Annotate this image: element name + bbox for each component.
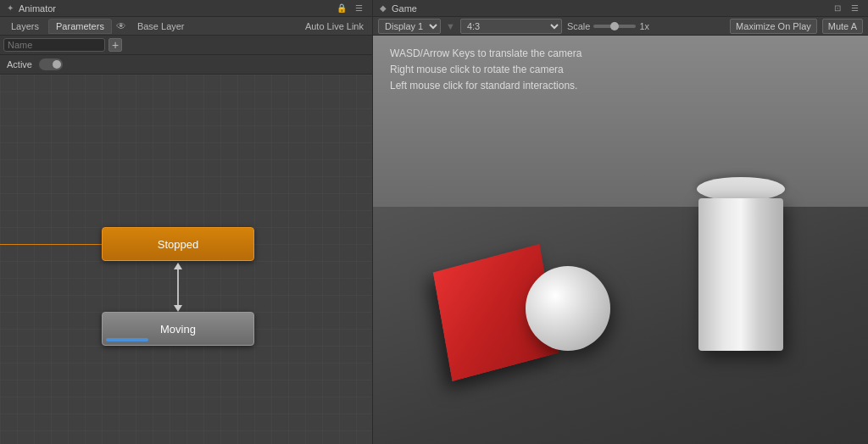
animator-title: Animator <box>19 3 56 14</box>
scale-value: 1x <box>639 21 649 31</box>
animator-icon: ✦ <box>7 3 14 13</box>
tab-layers[interactable]: Layers <box>3 19 47 34</box>
scale-control: Scale 1x <box>567 21 649 31</box>
help-text-overlay: WASD/Arrow Keys to translate the camera … <box>390 46 581 95</box>
game-panel: ◆ Game ⊡ ☰ Display 1 ▼ 4:3 16:9 16:10 Fr… <box>373 0 868 444</box>
display-select[interactable]: Display 1 <box>378 19 441 34</box>
stopped-label: Stopped <box>158 238 198 251</box>
game-header: ◆ Game ⊡ ☰ <box>373 0 868 17</box>
display-arrow: ▼ <box>446 21 455 31</box>
animator-graph[interactable]: Stopped Moving <box>0 75 372 444</box>
game-maximize-btn[interactable]: ⊡ <box>831 2 844 15</box>
game-menu-btn[interactable]: ☰ <box>848 2 861 15</box>
search-bar: + <box>0 36 372 55</box>
help-line-3: Left mouse click for standard interactio… <box>390 78 581 94</box>
maximize-on-play-btn[interactable]: Maximize On Play <box>730 19 817 34</box>
mute-label: Mute A <box>828 21 857 31</box>
eye-icon[interactable]: 👁 <box>114 19 129 34</box>
state-node-moving[interactable]: Moving <box>102 312 254 346</box>
tab-parameters[interactable]: Parameters <box>48 19 112 34</box>
help-line-2: Right mouse click to rotate the camera <box>390 62 581 78</box>
search-input[interactable] <box>3 38 105 52</box>
arrow-up <box>174 263 182 269</box>
scale-label: Scale <box>567 21 591 31</box>
animator-menu-btn[interactable]: ☰ <box>352 2 365 15</box>
state-node-stopped[interactable]: Stopped <box>102 227 254 261</box>
scale-slider[interactable] <box>593 25 636 28</box>
game-title: Game <box>392 3 417 14</box>
active-row: Active <box>0 55 372 75</box>
arrow-line <box>177 269 179 305</box>
game-toolbar: Display 1 ▼ 4:3 16:9 16:10 Free Aspect S… <box>373 17 868 36</box>
game-viewport[interactable]: WASD/Arrow Keys to translate the camera … <box>373 36 868 444</box>
entry-line <box>0 244 103 245</box>
game-header-controls: ⊡ ☰ <box>831 2 861 15</box>
active-toggle[interactable] <box>39 58 63 70</box>
scale-slider-thumb <box>610 22 619 31</box>
animator-panel: ✦ Animator 🔒 ☰ Layers Parameters 👁 Base … <box>0 0 373 444</box>
animator-tabs: Layers Parameters 👁 Base Layer Auto Live… <box>0 17 372 36</box>
moving-label: Moving <box>160 323 196 336</box>
scene-cylinder-body <box>698 198 783 351</box>
maximize-label: Maximize On Play <box>736 21 811 31</box>
scene-sphere <box>526 266 610 351</box>
arrow-down <box>174 305 182 312</box>
animator-header: ✦ Animator 🔒 ☰ <box>0 0 372 17</box>
transition-arrows <box>171 263 185 312</box>
scene-cylinder-top <box>697 177 785 201</box>
moving-progress-bar <box>106 338 148 341</box>
game-icon: ◆ <box>380 3 387 13</box>
mute-audio-btn[interactable]: Mute A <box>822 19 863 34</box>
add-parameter-btn[interactable]: + <box>108 38 122 52</box>
animator-header-controls: 🔒 ☰ <box>335 2 365 15</box>
active-label: Active <box>7 59 32 69</box>
base-layer-label: Base Layer <box>137 21 298 31</box>
ratio-select[interactable]: 4:3 16:9 16:10 Free Aspect <box>460 19 562 34</box>
animator-lock-btn[interactable]: 🔒 <box>335 2 348 15</box>
auto-live-link-btn[interactable]: Auto Live Link <box>300 19 369 33</box>
help-line-1: WASD/Arrow Keys to translate the camera <box>390 46 581 62</box>
main-content: ✦ Animator 🔒 ☰ Layers Parameters 👁 Base … <box>0 0 868 444</box>
